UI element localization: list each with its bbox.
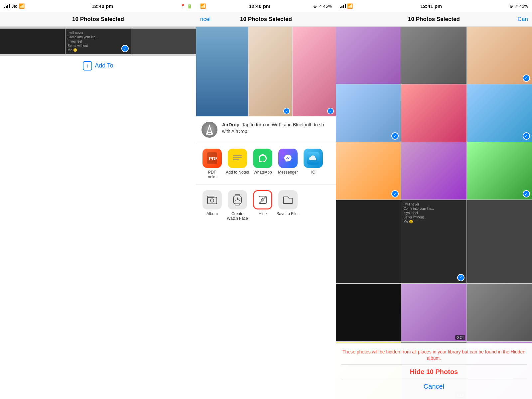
location-icon: 📍	[180, 4, 186, 9]
r-photo-7[interactable]: ✓	[336, 142, 401, 200]
left-nav-bar: 10 Photos Selected	[0, 12, 196, 27]
right-panel: 📶 12:41 pm ⊕ ↗ 45% 10 Photos Selected Ca…	[336, 0, 532, 399]
battery-mid: 45%	[323, 4, 332, 9]
right-status-left: 📶	[340, 3, 353, 9]
right-signal-icon	[340, 4, 346, 8]
r-photo-12[interactable]	[467, 200, 532, 283]
right-location-icon: ⊕ ↗	[509, 4, 518, 9]
left-panel: Jio 📶 12:40 pm 📍 🔋 10 Photos Selected ✓ …	[0, 0, 196, 399]
r-photo-1[interactable]	[336, 27, 401, 84]
whatsapp-label: WhatsApp	[253, 170, 272, 175]
r-photo-6[interactable]: ✓	[467, 84, 532, 142]
left-status-left: Jio 📶	[4, 3, 25, 9]
cancel-btn-mid[interactable]: ncel	[200, 16, 210, 23]
left-bottom-bar[interactable]: Add To	[0, 56, 196, 75]
right-wifi-icon: 📶	[347, 3, 353, 9]
battery-icon: 🔋	[187, 4, 192, 9]
airdrop-text: AirDrop. Tap to turn on Wi-Fi and Blueto…	[222, 122, 331, 135]
check-badge-11: ✓	[121, 45, 129, 52]
left-photo-grid: ✓ ✓ ✓ ✓ ✓	[0, 27, 196, 56]
action-item-watch[interactable]: CreateWatch Face	[225, 190, 249, 221]
r-check-6: ✓	[523, 132, 530, 140]
app-item-messenger[interactable]: Messenger	[276, 149, 300, 179]
svg-point-13	[210, 199, 214, 202]
r-check-11: ✓	[457, 274, 465, 281]
r-check-7: ✓	[391, 190, 399, 198]
album-icon[interactable]	[202, 190, 222, 209]
messenger-label: Messenger	[278, 170, 298, 175]
action-item-hide[interactable]: Hide	[251, 190, 275, 221]
r-photo-8[interactable]	[401, 142, 466, 200]
pdf-icon[interactable]: PDF	[202, 149, 222, 168]
app-item-pdf[interactable]: PDF PDFooks	[200, 149, 224, 179]
messenger-icon[interactable]	[278, 149, 298, 168]
notes-label: Add to Notes	[226, 170, 249, 175]
hide-label: Hide	[259, 211, 267, 216]
r-photo-10[interactable]	[336, 200, 401, 283]
middle-status-right: ⊕ ↗ 45%	[313, 4, 332, 9]
left-status-right: 📍 🔋	[180, 4, 192, 9]
middle-status-left: 📶	[200, 3, 206, 9]
middle-time: 12:40 pm	[249, 3, 270, 9]
r-photo-13[interactable]	[336, 284, 401, 341]
photo-cell-11[interactable]: I will neverCome into your life...If you…	[66, 29, 130, 54]
svg-rect-5	[233, 155, 242, 156]
action-item-save[interactable]: Save to Files	[276, 190, 300, 221]
svg-rect-6	[233, 157, 242, 158]
left-grid-wrapper: ✓ ✓ ✓ ✓ ✓	[0, 27, 196, 56]
airdrop-icon	[201, 122, 217, 138]
right-status-bar: 📶 12:41 pm ⊕ ↗ 45%	[336, 0, 532, 12]
right-title: 10 Photos Selected	[408, 16, 460, 23]
cancel-button[interactable]: Cancel	[341, 379, 527, 394]
app-item-whatsapp[interactable]: WhatsApp	[251, 149, 275, 179]
share-button[interactable]: Add To	[83, 61, 113, 70]
hide-alert: These photos will be hidden from all pla…	[336, 343, 532, 399]
share-check-2: ✓	[283, 108, 290, 114]
airdrop-section: AirDrop. Tap to turn on Wi-Fi and Blueto…	[196, 116, 336, 143]
r-check-4: ✓	[391, 132, 399, 140]
middle-nav-bar: ncel 10 Photos Selected	[196, 12, 336, 27]
hide-alert-text: These photos will be hidden from all pla…	[341, 349, 527, 362]
hide-photos-button[interactable]: Hide 10 Photos	[341, 364, 527, 379]
photo-cell-12[interactable]	[131, 29, 196, 54]
album-label: Album	[206, 211, 218, 216]
r-photo-5[interactable]	[401, 84, 466, 142]
add-to-label[interactable]: Add To	[95, 62, 113, 69]
r-photo-14[interactable]: 0:24	[401, 284, 466, 341]
share-icon[interactable]	[83, 61, 92, 70]
watch-icon[interactable]	[228, 190, 247, 209]
svg-text:PDF: PDF	[209, 156, 217, 161]
signal-icon	[4, 4, 10, 8]
r-photo-4[interactable]: ✓	[336, 84, 401, 142]
right-nav-bar: 10 Photos Selected Can	[336, 12, 532, 27]
icloud-icon[interactable]	[304, 149, 323, 168]
photo-cell-10[interactable]	[0, 29, 65, 54]
r-photo-9[interactable]: ✓	[467, 142, 532, 200]
save-files-icon[interactable]	[278, 190, 298, 209]
r-duration-14: 0:24	[455, 335, 465, 340]
r-photo-2[interactable]	[401, 27, 466, 84]
carrier-label: Jio	[11, 4, 18, 9]
left-time: 12:40 pm	[91, 3, 113, 9]
notes-icon[interactable]	[228, 149, 247, 168]
whatsapp-icon[interactable]	[253, 149, 272, 168]
svg-line-20	[260, 197, 266, 203]
svg-rect-9	[282, 152, 294, 165]
app-item-icloud[interactable]: iC	[301, 149, 325, 179]
pdf-label: PDFooks	[208, 170, 216, 179]
wifi-icon: 📶	[19, 3, 25, 9]
r-photo-3[interactable]: ✓	[467, 27, 532, 84]
save-files-label: Save to Files	[276, 211, 299, 216]
airdrop-bold: AirDrop.	[222, 122, 241, 127]
right-cancel-nav[interactable]: Can	[518, 16, 528, 23]
action-item-album[interactable]: Album	[200, 190, 224, 221]
r-photo-11[interactable]: I will neverCome into your life...If you…	[401, 200, 466, 283]
app-item-notes[interactable]: Add to Notes	[225, 149, 249, 179]
r-check-9: ✓	[523, 190, 530, 198]
hide-icon[interactable]	[253, 190, 272, 209]
wifi-icon-mid: 📶	[200, 3, 206, 9]
r-photo-15[interactable]	[467, 284, 532, 341]
share-check-3: ✓	[327, 108, 334, 114]
svg-rect-7	[233, 159, 239, 160]
hide-alert-description: These photos will be hidden from all pla…	[342, 349, 525, 361]
